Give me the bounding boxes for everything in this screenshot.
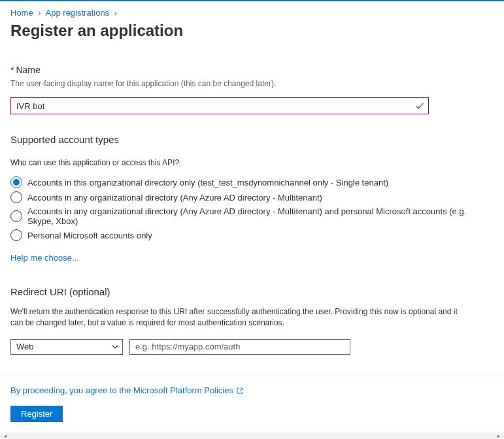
breadcrumb: Home › App registrations › — [10, 8, 494, 18]
chevron-right-icon: › — [38, 8, 41, 18]
policies-link-text: By proceeding, you agree to the Microsof… — [10, 385, 233, 395]
page-title: Register an application — [10, 22, 494, 40]
breadcrumb-home-link[interactable]: Home — [10, 8, 33, 18]
horizontal-scrollbar[interactable]: ◂ ▸ — [0, 432, 504, 439]
redirect-uri-description: We'll return the authentication response… — [10, 306, 468, 329]
breadcrumb-app-registrations-link[interactable]: App registrations — [46, 8, 110, 18]
radio-label: Accounts in any organizational directory… — [27, 206, 494, 226]
register-button[interactable]: Register — [10, 406, 63, 422]
radio-label: Personal Microsoft accounts only — [27, 231, 152, 240]
account-types-radio-group: Accounts in this organizational director… — [10, 176, 494, 241]
required-marker: * — [10, 65, 14, 75]
scroll-left-icon: ◂ — [0, 432, 10, 439]
radio-label: Accounts in any organizational directory… — [27, 193, 322, 203]
scroll-right-icon: ▸ — [494, 432, 504, 439]
chevron-down-icon — [111, 343, 119, 351]
redirect-uri-heading: Redirect URI (optional) — [10, 286, 494, 297]
chevron-right-icon: › — [114, 8, 117, 18]
name-input[interactable] — [10, 97, 429, 114]
name-description: The user-facing display name for this ap… — [10, 79, 494, 88]
help-me-choose-link[interactable]: Help me choose... — [10, 253, 79, 263]
radio-icon — [10, 176, 22, 188]
redirect-uri-row: Web — [10, 339, 494, 355]
redirect-uri-input[interactable] — [129, 339, 350, 355]
checkmark-icon — [415, 101, 424, 110]
name-label: *Name — [10, 65, 494, 75]
radio-label: Accounts in this organizational director… — [27, 178, 388, 187]
platform-select[interactable]: Web — [10, 339, 123, 355]
platform-selected-value: Web — [16, 342, 34, 351]
radio-icon — [10, 191, 22, 203]
platform-policies-link[interactable]: By proceeding, you agree to the Microsof… — [10, 385, 244, 395]
radio-icon — [10, 229, 22, 241]
radio-multitenant-personal[interactable]: Accounts in any organizational directory… — [10, 206, 494, 226]
name-field-block: *Name The user-facing display name for t… — [10, 65, 494, 114]
radio-multitenant[interactable]: Accounts in any organizational directory… — [10, 191, 494, 203]
name-label-text: Name — [16, 65, 40, 75]
radio-single-tenant[interactable]: Accounts in this organizational director… — [10, 176, 494, 188]
account-types-question: Who can use this application or access t… — [10, 158, 494, 167]
external-link-icon — [236, 387, 244, 395]
account-types-heading: Supported account types — [10, 134, 494, 145]
footer-area: By proceeding, you agree to the Microsof… — [0, 376, 504, 439]
account-types-block: Supported account types Who can use this… — [10, 134, 494, 263]
radio-icon — [10, 210, 22, 222]
radio-personal-only[interactable]: Personal Microsoft accounts only — [10, 229, 494, 241]
